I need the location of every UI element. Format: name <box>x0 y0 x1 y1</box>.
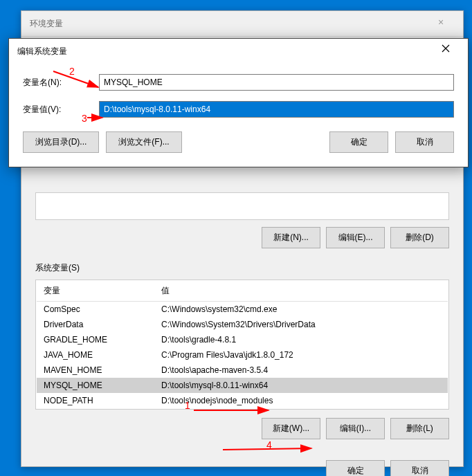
table-row[interactable]: ComSpecC:\Windows\system32\cmd.exe <box>37 302 448 318</box>
var-name-cell: GRADLE_HOME <box>37 332 154 347</box>
sys-header-value[interactable]: 值 <box>154 281 448 302</box>
table-row[interactable]: MYSQL_HOMED:\tools\mysql-8.0.11-winx64 <box>37 378 448 393</box>
edit-button-row: 浏览目录(D)... 浏览文件(F)... 确定 取消 <box>23 131 454 153</box>
name-input[interactable] <box>99 74 454 91</box>
annotation-1: 1 <box>185 400 190 411</box>
var-name-cell: MAVEN_HOME <box>37 363 154 378</box>
sys-header-name[interactable]: 变量 <box>37 281 154 302</box>
annotation-2: 2 <box>69 66 75 77</box>
browse-file-button[interactable]: 浏览文件(F)... <box>106 131 182 153</box>
name-row: 变量名(N): <box>23 74 454 91</box>
edit-titlebar: 编辑系统变量 <box>9 39 468 64</box>
sys-vars-label: 系统变量(S) <box>35 262 449 274</box>
user-vars-list[interactable] <box>35 192 449 220</box>
table-row[interactable]: NODE_PATHD:\tools\nodejs\node_modules <box>37 393 448 408</box>
var-name-cell: MYSQL_HOME <box>37 378 154 393</box>
close-icon <box>442 44 450 53</box>
var-name-cell: JAVA_HOME <box>37 347 154 363</box>
sys-vars-table[interactable]: 变量 值 ComSpecC:\Windows\system32\cmd.exeD… <box>37 281 448 408</box>
main-close-button[interactable]: × <box>427 17 455 30</box>
edit-ok-button[interactable]: 确定 <box>329 131 388 153</box>
edit-body: 变量名(N): 变量值(V): 浏览目录(D)... 浏览文件(F)... 确定… <box>9 64 468 167</box>
sys-vars-table-wrap: 变量 值 ComSpecC:\Windows\system32\cmd.exeD… <box>35 280 449 410</box>
var-value-cell: D:\tools\gradle-4.8.1 <box>154 332 448 347</box>
var-value-cell: C:\Program Files\Java\jdk1.8.0_172 <box>154 347 448 363</box>
name-label: 变量名(N): <box>23 77 99 89</box>
var-name-cell: ComSpec <box>37 302 154 318</box>
edit-cancel-button[interactable]: 取消 <box>395 131 454 153</box>
edit-sys-var-dialog: 编辑系统变量 变量名(N): 变量值(V): 浏览目录(D)... 浏览文件(F… <box>8 38 469 167</box>
annotation-3: 3 <box>82 113 87 124</box>
var-name-cell: DriverData <box>37 317 154 332</box>
main-ok-button[interactable]: 确定 <box>326 460 385 476</box>
value-label: 变量值(V): <box>23 104 99 116</box>
browse-dir-button[interactable]: 浏览目录(D)... <box>23 131 99 153</box>
main-cancel-button[interactable]: 取消 <box>390 460 449 476</box>
table-row[interactable]: JAVA_HOMEC:\Program Files\Java\jdk1.8.0_… <box>37 347 448 363</box>
var-value-cell: D:\tools\nodejs\node_modules <box>154 393 448 408</box>
sys-new-button[interactable]: 新建(W)... <box>262 418 320 439</box>
table-row[interactable]: MAVEN_HOMED:\tools\apache-maven-3.5.4 <box>37 363 448 378</box>
main-title-text: 环境变量 <box>30 18 63 30</box>
user-button-row: 新建(N)... 编辑(E)... 删除(D) <box>35 227 449 248</box>
sys-edit-button[interactable]: 编辑(I)... <box>326 418 385 439</box>
sys-button-row: 新建(W)... 编辑(I)... 删除(L) <box>35 418 449 439</box>
user-delete-button[interactable]: 删除(D) <box>390 227 449 248</box>
main-titlebar: 环境变量 × <box>21 11 463 37</box>
table-row[interactable]: GRADLE_HOMED:\tools\gradle-4.8.1 <box>37 332 448 347</box>
var-value-cell: C:\Windows\System32\Drivers\DriverData <box>154 317 448 332</box>
var-value-cell: C:\Windows\system32\cmd.exe <box>154 302 448 318</box>
var-name-cell: NODE_PATH <box>37 393 154 408</box>
main-footer: 确定 取消 <box>35 460 449 476</box>
value-input[interactable] <box>99 101 454 118</box>
user-new-button[interactable]: 新建(N)... <box>262 227 320 248</box>
edit-title-text: 编辑系统变量 <box>17 46 67 57</box>
edit-close-button[interactable] <box>432 44 460 58</box>
user-edit-button[interactable]: 编辑(E)... <box>326 227 385 248</box>
var-value-cell: D:\tools\apache-maven-3.5.4 <box>154 363 448 378</box>
table-row[interactable]: DriverDataC:\Windows\System32\Drivers\Dr… <box>37 317 448 332</box>
sys-delete-button[interactable]: 删除(L) <box>390 418 449 439</box>
value-row: 变量值(V): <box>23 101 454 118</box>
annotation-4: 4 <box>266 439 272 450</box>
var-value-cell: D:\tools\mysql-8.0.11-winx64 <box>154 378 448 393</box>
